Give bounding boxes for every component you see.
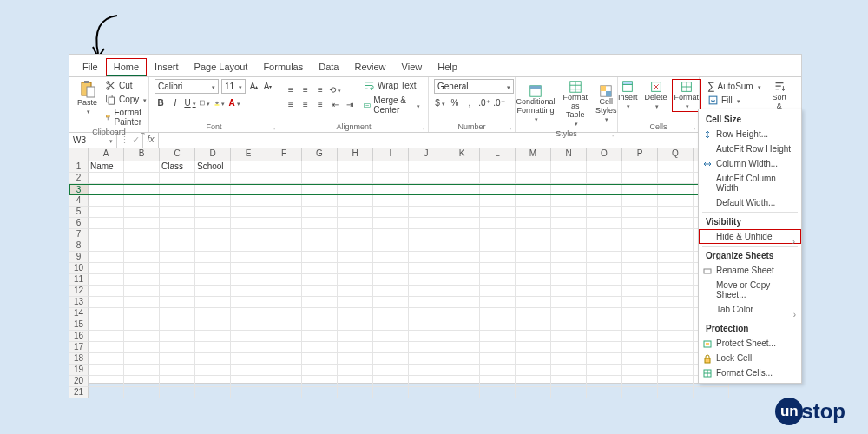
cell[interactable] [89,353,124,365]
cell[interactable] [195,218,231,229]
cell[interactable] [195,207,231,218]
cell[interactable] [480,195,516,207]
border-button[interactable] [199,96,211,108]
menu-rename-sheet[interactable]: Rename Sheet [699,263,801,278]
cell[interactable] [444,252,480,263]
menu-lock-cell[interactable]: Lock Cell [699,351,801,365]
cell[interactable] [124,342,160,353]
cell[interactable] [622,240,658,252]
cell[interactable] [231,297,266,308]
cell[interactable] [516,342,551,353]
font-color-button[interactable]: A [228,96,240,108]
cell[interactable] [124,387,160,398]
cell[interactable] [622,308,658,319]
tab-formulas[interactable]: Formulas [255,58,311,76]
cell[interactable] [480,252,516,263]
cell[interactable] [551,229,587,240]
row-header[interactable]: 3 [69,184,89,195]
number-format-select[interactable]: General [434,79,514,94]
cell[interactable] [516,297,551,308]
cell[interactable] [266,376,302,387]
cell[interactable] [338,207,373,218]
cell[interactable] [551,319,587,331]
cell[interactable] [124,161,160,173]
cell[interactable] [302,342,338,353]
cell[interactable] [338,365,373,376]
cell[interactable] [551,195,587,207]
cell[interactable] [89,376,124,387]
cell[interactable] [266,286,302,297]
cell[interactable] [516,229,551,240]
cell[interactable] [373,342,409,353]
cell[interactable] [373,353,409,365]
menu-col-width[interactable]: Column Width... [699,156,801,171]
row-header[interactable]: 20 [69,376,89,387]
align-top-button[interactable]: ≡ [285,84,297,96]
cell[interactable] [195,173,231,184]
cell[interactable] [124,319,160,331]
row-header[interactable]: 2 [69,173,89,184]
cell[interactable] [587,173,622,184]
cell[interactable] [587,331,622,342]
cell[interactable] [302,263,338,274]
cell[interactable] [622,229,658,240]
cell[interactable] [89,387,124,398]
cell[interactable] [587,252,622,263]
cell[interactable] [409,184,444,195]
cell[interactable] [409,263,444,274]
autosum-button[interactable]: ∑AutoSum [705,79,764,93]
menu-autofit-row[interactable]: AutoFit Row Height [699,141,801,156]
cell[interactable] [338,376,373,387]
cell[interactable] [551,240,587,252]
cell[interactable] [338,342,373,353]
cell[interactable] [266,173,302,184]
cell[interactable] [373,252,409,263]
row-header[interactable]: 19 [69,365,89,376]
cell[interactable] [658,207,694,218]
cell[interactable] [373,161,409,173]
cell[interactable] [266,365,302,376]
cell[interactable] [480,319,516,331]
cell[interactable] [622,195,658,207]
cell[interactable] [266,353,302,365]
cell[interactable] [551,308,587,319]
font-size-select[interactable]: 11 [221,79,246,94]
cell[interactable] [338,308,373,319]
cell[interactable] [373,376,409,387]
cell[interactable] [551,376,587,387]
cell[interactable] [231,331,266,342]
cell[interactable] [160,184,195,195]
cell[interactable] [124,229,160,240]
cell[interactable] [480,331,516,342]
cell[interactable] [409,218,444,229]
cell[interactable] [516,252,551,263]
cell[interactable] [160,353,195,365]
cell[interactable] [302,365,338,376]
cell[interactable] [266,297,302,308]
cell[interactable] [338,353,373,365]
cell[interactable] [160,387,195,398]
cell[interactable] [587,376,622,387]
cell[interactable] [89,229,124,240]
cell[interactable] [124,195,160,207]
cell[interactable] [658,240,694,252]
cell[interactable] [373,274,409,286]
cell[interactable] [266,274,302,286]
cell[interactable] [302,376,338,387]
cell[interactable] [160,263,195,274]
cell[interactable] [409,252,444,263]
cell[interactable] [409,297,444,308]
cell[interactable] [480,365,516,376]
tab-review[interactable]: Review [346,58,393,76]
cell[interactable] [195,308,231,319]
cell[interactable] [89,252,124,263]
cell[interactable] [409,173,444,184]
cell[interactable] [409,161,444,173]
col-header-Q[interactable]: Q [658,148,694,161]
cell[interactable] [516,207,551,218]
cell[interactable] [658,229,694,240]
cell[interactable] [89,331,124,342]
cell[interactable] [587,218,622,229]
menu-autofit-col[interactable]: AutoFit Column Width [699,171,801,195]
cell[interactable] [516,173,551,184]
